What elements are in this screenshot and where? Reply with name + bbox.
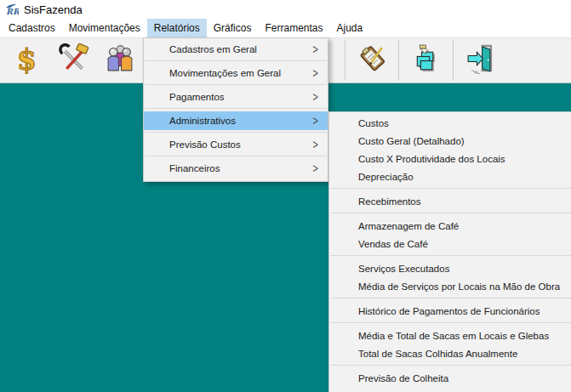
menu-bar: Cadastros Movimentações Relatórios Gráfi… [0,19,571,37]
administrativos-submenu: Custos Custo Geral (Detalhado) Custo X P… [328,111,571,392]
menu-item-financeiros[interactable]: Financeiros > [144,159,328,178]
cascade-windows-icon [408,43,440,78]
relatorios-menu: Cadastros em Geral > Movimentações em Ge… [143,37,328,182]
windows-button[interactable] [402,41,446,80]
menu-item-label: Cadastros em Geral [169,44,257,54]
submenu-item-custo-geral-detalhado[interactable]: Custo Geral (Detalhado) [329,132,571,150]
menu-item-label: Movimentações em Geral [169,68,281,78]
app-window: RR SisFazenda Cadastros Movimentações Re… [0,0,571,392]
toolbar-separator [453,40,454,81]
submenu-item-historico-pagamentos[interactable]: Histórico de Pagamentos de Funcionários [329,302,571,320]
people-icon [105,43,136,78]
submenu-separator [330,255,571,256]
menu-separator [145,84,327,85]
menu-separator [145,108,327,109]
menu-item-label: Administrativos [169,116,236,126]
tools-icon [58,43,89,78]
menu-item-cadastros-em-geral[interactable]: Cadastros em Geral > [144,40,328,59]
menu-item-movimentacoes-em-geral[interactable]: Movimentações em Geral > [144,64,328,82]
submenu-arrow-icon: > [313,67,318,80]
svg-text:$: $ [17,43,37,75]
people-button[interactable] [98,41,142,80]
app-logo-icon: RR [4,3,19,16]
submenu-separator [330,298,571,298]
menubar-item-ajuda[interactable]: Ajuda [330,19,370,37]
menubar-item-cadastros[interactable]: Cadastros [2,19,62,37]
toolbar-separator [345,40,345,81]
submenu-arrow-icon: > [313,91,318,104]
menu-item-previsao-custos[interactable]: Previsão Custos > [144,135,328,154]
menu-item-label: Pagamentos [169,92,225,102]
submenu-item-servicos-executados[interactable]: Serviços Executados [329,259,571,277]
submenu-item-custo-x-produtividade[interactable]: Custo X Produtividade dos Locais [329,150,571,168]
tools-button[interactable] [51,41,95,80]
menubar-item-ferramentas[interactable]: Ferramentas [258,19,329,37]
toolbar-separator [398,40,399,81]
svg-text:RR: RR [6,7,19,16]
dollar-icon: $ [11,43,43,78]
submenu-item-custos[interactable]: Custos [329,114,571,132]
menubar-item-graficos[interactable]: Gráficos [207,19,259,37]
submenu-item-media-total-sacas[interactable]: Média e Total de Sacas em Locais e Gleba… [329,327,571,344]
submenu-item-total-sacas-anualmente[interactable]: Total de Sacas Colhidas Anualmente [329,344,571,362]
submenu-arrow-icon: > [313,115,318,128]
menubar-item-relatorios[interactable]: Relatórios [147,19,207,37]
submenu-arrow-icon: > [313,139,318,151]
title-bar: RR SisFazenda [0,0,571,19]
menu-separator [145,132,327,133]
submenu-item-media-de-servicos[interactable]: Média de Serviços por Locais na Mão de O… [329,277,571,295]
submenu-item-depreciacao[interactable]: Depreciação [329,168,571,185]
submenu-item-previsao-de-colheita[interactable]: Previsão de Colheita [329,369,571,387]
menu-separator [145,156,327,156]
submenu-separator [330,365,571,366]
submenu-arrow-icon: > [313,43,318,56]
submenu-item-recebimentos[interactable]: Recebimentos [329,192,571,210]
submenu-separator [330,213,571,213]
menubar-item-movimentacoes[interactable]: Movimentações [62,19,147,37]
payments-button[interactable]: $ [4,41,49,80]
menu-item-pagamentos[interactable]: Pagamentos > [144,88,328,106]
submenu-separator [330,322,571,323]
menu-item-label: Financeiros [169,163,220,173]
submenu-separator [330,188,571,189]
submenu-item-armazenagem-de-cafe[interactable]: Armazenagem de Café [329,217,571,235]
window-title: SisFazenda [24,3,83,16]
menu-item-administrativos[interactable]: Administrativos > [144,111,328,130]
menu-separator [145,60,327,61]
menu-item-label: Previsão Custos [169,139,241,150]
submenu-arrow-icon: > [313,162,318,175]
submenu-item-vendas-de-cafe[interactable]: Vendas de Café [329,235,571,253]
clipboard-icon [357,43,389,78]
reports-button[interactable] [351,41,395,80]
exit-door-icon [465,43,496,78]
exit-button[interactable] [458,41,502,80]
